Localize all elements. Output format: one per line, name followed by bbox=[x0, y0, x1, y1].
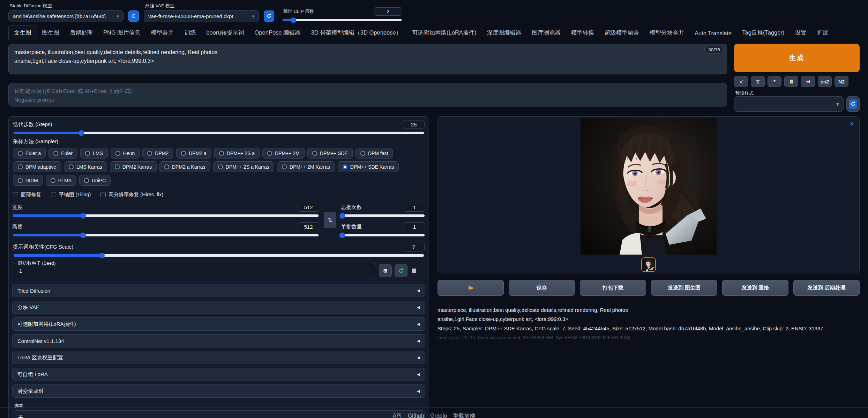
sd-model-dropdown[interactable]: ansihe\ansihe.safetensors [db7a16f48b] ▾ bbox=[8, 10, 124, 22]
checkbox-item[interactable]: 平铺图 (Tiling) bbox=[51, 191, 91, 198]
checkbox-item[interactable]: 面部修复 bbox=[13, 191, 41, 198]
generate-button[interactable]: 生成 bbox=[734, 44, 860, 72]
extra-networks-button[interactable] bbox=[768, 76, 781, 87]
footer-link[interactable]: 重载前端 bbox=[453, 413, 475, 418]
tab-item[interactable]: booru转提示词 bbox=[201, 26, 249, 40]
tab-item[interactable]: 可选附加网络(LoRA插件) bbox=[407, 26, 481, 40]
sampler-option[interactable]: Heun bbox=[111, 148, 140, 159]
apply-style-button[interactable] bbox=[784, 76, 798, 87]
send-to-extras-button[interactable]: 发送到 后期处理 bbox=[793, 280, 860, 296]
send-to-img2img-button[interactable]: 发送到 图生图 bbox=[651, 280, 717, 296]
vae-model-dropdown[interactable]: vae-ft-mse-840000-ema-pruned.ckpt ▾ bbox=[144, 10, 259, 22]
tab-item[interactable]: 模型分块合并 bbox=[644, 26, 689, 40]
sampler-option[interactable]: DPM2 a Karras bbox=[159, 161, 210, 172]
zip-download-button[interactable]: 打包下载 bbox=[580, 280, 646, 296]
sampler-option[interactable]: LMS Karras bbox=[64, 161, 107, 172]
prompt-textarea[interactable]: masterpiece, illustration,best quality,d… bbox=[8, 44, 727, 74]
tab-item[interactable]: 文生图 bbox=[8, 25, 37, 40]
random-seed-button[interactable] bbox=[379, 264, 392, 277]
steps-slider[interactable] bbox=[14, 132, 424, 134]
tab-item[interactable]: 后期处理 bbox=[65, 26, 98, 40]
tab-item[interactable]: 模型转换 bbox=[566, 26, 599, 40]
tab-item[interactable]: 深度图编辑器 bbox=[481, 26, 526, 40]
tab-item[interactable]: Auto Translate bbox=[689, 27, 737, 40]
sampler-option[interactable]: DPM adaptive bbox=[13, 161, 61, 172]
accordion-header[interactable]: 潜变量成对◀ bbox=[12, 384, 425, 398]
sampler-option[interactable]: LMS bbox=[80, 148, 108, 159]
tab-item[interactable]: 图生图 bbox=[37, 26, 65, 40]
cfg-value[interactable]: 7 bbox=[403, 243, 425, 251]
swap-dimensions-button[interactable]: ⇅ bbox=[324, 212, 336, 228]
en2-button[interactable]: en2 bbox=[818, 76, 832, 87]
accordion-header[interactable]: Tiled Diffusion◀ bbox=[12, 284, 425, 297]
cfg-slider[interactable] bbox=[14, 254, 424, 257]
batch-count-value[interactable]: 1 bbox=[404, 203, 425, 212]
open-folder-button[interactable] bbox=[437, 280, 504, 296]
batch-count-slider[interactable] bbox=[342, 214, 425, 217]
send-to-inpaint-button[interactable]: 发送到 重绘 bbox=[722, 280, 788, 296]
clip-skip-value[interactable]: 2 bbox=[374, 7, 402, 16]
sampler-option[interactable]: UniPC bbox=[79, 175, 111, 186]
tab-item[interactable]: OpenPose 编辑器 bbox=[249, 26, 306, 40]
sampler-option[interactable]: DDIM bbox=[13, 175, 43, 186]
width-value[interactable]: 512 bbox=[298, 203, 319, 212]
negative-prompt-textarea[interactable]: 反向提示词 (按 Ctrl+Enter 或 Alt+Enter 开始生成) Ne… bbox=[8, 83, 727, 107]
sampler-option[interactable]: DPM++ SDE bbox=[307, 148, 353, 159]
tab-item[interactable]: 模型合并 bbox=[145, 26, 179, 40]
sampler-option[interactable]: DPM2 bbox=[142, 148, 173, 159]
n2-button[interactable]: N2 bbox=[835, 76, 848, 87]
sampler-option[interactable]: DPM++ 2M bbox=[262, 148, 305, 159]
clear-prompt-button[interactable] bbox=[751, 76, 765, 87]
height-value[interactable]: 512 bbox=[298, 222, 319, 231]
sampler-option[interactable]: DPM++ 2S a bbox=[214, 148, 260, 159]
refresh-vae-button[interactable] bbox=[264, 10, 274, 22]
accordion-header[interactable]: 分块 VAE◀ bbox=[12, 301, 425, 314]
generated-image[interactable] bbox=[581, 118, 717, 255]
tab-item[interactable]: 训练 bbox=[179, 26, 201, 40]
footer-link[interactable]: API bbox=[393, 413, 402, 418]
tab-item[interactable]: PNG 图片信息 bbox=[98, 26, 145, 40]
accordion-header[interactable]: LoRA 区块权重配置◀ bbox=[12, 351, 425, 364]
refresh-styles-button[interactable] bbox=[846, 96, 860, 112]
seed-extra-checkbox[interactable] bbox=[412, 269, 416, 273]
paste-params-button[interactable] bbox=[734, 76, 748, 87]
tab-item[interactable]: 设置 bbox=[790, 26, 811, 40]
save-button[interactable]: 保存 bbox=[509, 280, 575, 296]
reuse-seed-button[interactable] bbox=[395, 264, 407, 277]
tab-item[interactable]: Tag反推(Tagger) bbox=[737, 26, 790, 40]
steps-value[interactable]: 25 bbox=[403, 120, 425, 129]
gallery-thumbnail-selected[interactable] bbox=[641, 257, 656, 272]
save-style-button[interactable] bbox=[801, 76, 815, 87]
batch-size-value[interactable]: 1 bbox=[404, 222, 425, 231]
footer-link[interactable]: Gradio bbox=[430, 413, 447, 418]
tab-item[interactable]: 3D 骨架模型编辑（3D Openpose） bbox=[306, 26, 407, 40]
footer-link[interactable]: Github bbox=[408, 413, 424, 418]
checkbox-item[interactable]: 高分辨率修复 (Hires. fix) bbox=[100, 191, 163, 198]
collapse-arrow-icon: ◀ bbox=[417, 322, 420, 327]
sampler-option[interactable]: DPM2 Karras bbox=[110, 161, 157, 172]
tab-item[interactable]: 图库浏览器 bbox=[526, 26, 566, 40]
width-slider[interactable] bbox=[13, 214, 319, 217]
height-slider[interactable] bbox=[13, 234, 319, 236]
sampler-option[interactable]: DPM++ SDE Karras bbox=[338, 161, 399, 172]
sampler-option[interactable]: DPM++ 2M Karras bbox=[277, 161, 335, 172]
tab-item[interactable]: 扩展 bbox=[811, 26, 833, 40]
sampler-label: 采样方法 (Sampler) bbox=[13, 138, 58, 144]
close-icon[interactable]: × bbox=[850, 120, 854, 127]
sampler-option[interactable]: DPM++ 2S a Karras bbox=[213, 161, 274, 172]
refresh-sd-model-button[interactable] bbox=[128, 10, 139, 22]
accordion-header[interactable]: ControlNet v1.1.134◀ bbox=[12, 334, 425, 347]
sampler-option[interactable]: Euler bbox=[48, 148, 77, 159]
sampler-option[interactable]: DPM fast bbox=[356, 148, 393, 159]
sampler-option[interactable]: Euler a bbox=[13, 148, 46, 159]
clip-skip-slider[interactable] bbox=[283, 19, 402, 21]
seed-input[interactable]: 随机数种子 (Seed) -1 bbox=[13, 263, 376, 278]
accordion-header[interactable]: 可自组 LoRA◀ bbox=[12, 368, 425, 381]
sampler-option[interactable]: PLMS bbox=[46, 175, 76, 186]
sampler-option[interactable]: DPM2 a bbox=[176, 148, 211, 159]
thumbnail-image bbox=[642, 258, 655, 271]
accordion-header[interactable]: 可选附加网络(LoRA插件)◀ bbox=[12, 317, 425, 331]
tab-item[interactable]: 超级模型融合 bbox=[599, 26, 644, 40]
batch-size-slider[interactable] bbox=[342, 234, 425, 236]
preset-style-dropdown[interactable]: ▾ bbox=[734, 96, 844, 112]
